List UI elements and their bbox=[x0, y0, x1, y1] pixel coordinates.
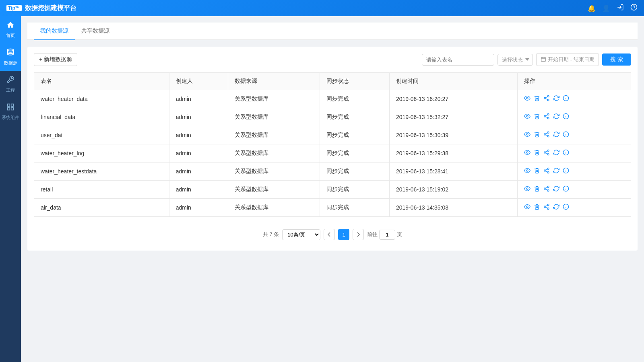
svg-point-48 bbox=[544, 170, 546, 171]
view-icon-2[interactable] bbox=[524, 131, 530, 139]
table-row: water_heater_testdata admin 关系型数据库 同步完成 … bbox=[34, 162, 631, 181]
goto-suffix: 页 bbox=[397, 231, 402, 238]
cell-sync-status-3: 同步完成 bbox=[320, 144, 389, 162]
top-header: Tip™ 数据挖掘建模平台 🔔 👤 bbox=[0, 0, 644, 16]
cell-datasource-0: 关系型数据库 bbox=[228, 90, 320, 108]
info-icon-3[interactable] bbox=[563, 149, 569, 157]
svg-line-32 bbox=[545, 135, 547, 136]
engineering-icon bbox=[6, 76, 14, 86]
add-datasource-button[interactable]: + 新增数据源 bbox=[34, 53, 77, 66]
info-icon-1[interactable] bbox=[563, 113, 569, 121]
sidebar-item-datasource[interactable]: 数据源 bbox=[0, 43, 21, 71]
share-icon-2[interactable] bbox=[543, 131, 550, 139]
tab-shared-datasource[interactable]: 共享数据源 bbox=[75, 23, 116, 40]
view-icon-5[interactable] bbox=[524, 185, 530, 193]
cell-creator-2: admin bbox=[169, 126, 228, 144]
svg-point-67 bbox=[547, 208, 549, 210]
help-icon[interactable] bbox=[630, 4, 638, 12]
svg-point-28 bbox=[526, 134, 528, 135]
info-icon-2[interactable] bbox=[563, 131, 569, 139]
svg-line-23 bbox=[545, 117, 547, 118]
info-icon-6[interactable] bbox=[563, 204, 569, 212]
delete-icon-2[interactable] bbox=[534, 131, 540, 139]
page-size-select[interactable]: 10条/页 20条/页 50条/页 bbox=[282, 229, 320, 240]
cell-actions-6 bbox=[517, 199, 631, 217]
delete-icon-5[interactable] bbox=[534, 185, 540, 193]
sidebar-item-engineering[interactable]: 工程 bbox=[0, 71, 21, 98]
share-icon-6[interactable] bbox=[543, 204, 550, 212]
cell-sync-status-6: 同步完成 bbox=[320, 199, 389, 217]
share-icon-3[interactable] bbox=[543, 149, 550, 157]
cell-name-6: air_data bbox=[34, 199, 169, 217]
svg-line-15 bbox=[545, 97, 547, 98]
view-icon-3[interactable] bbox=[524, 149, 530, 157]
svg-point-40 bbox=[547, 154, 549, 155]
toolbar: + 新增数据源 选择状态 同步完成 同步失败 bbox=[34, 53, 631, 66]
svg-point-37 bbox=[526, 152, 528, 153]
sidebar-item-components[interactable]: 系统组件 bbox=[0, 98, 21, 125]
goto-input[interactable] bbox=[379, 230, 395, 240]
svg-point-20 bbox=[547, 113, 549, 115]
content-area: 我的数据源 共享数据源 + 新增数据源 选择状态 同步完成 同步失败 bbox=[21, 16, 644, 362]
svg-line-69 bbox=[545, 205, 547, 206]
prev-page-button[interactable] bbox=[324, 229, 335, 240]
view-icon-0[interactable] bbox=[524, 95, 530, 103]
view-icon-6[interactable] bbox=[524, 204, 530, 212]
sync-icon-1[interactable] bbox=[553, 113, 559, 121]
sync-icon-2[interactable] bbox=[553, 131, 559, 139]
share-icon-4[interactable] bbox=[543, 167, 550, 175]
sidebar-item-home[interactable]: 首页 bbox=[0, 16, 21, 43]
cell-datasource-4: 关系型数据库 bbox=[228, 162, 320, 181]
sync-icon-3[interactable] bbox=[553, 149, 559, 157]
info-icon-4[interactable] bbox=[563, 167, 569, 175]
view-icon-1[interactable] bbox=[524, 113, 530, 121]
cell-created-time-5: 2019-06-13 15:19:02 bbox=[390, 181, 518, 199]
status-select[interactable]: 选择状态 同步完成 同步失败 bbox=[497, 54, 533, 66]
sync-icon-4[interactable] bbox=[553, 167, 559, 175]
app-logo-area: Tip™ 数据挖掘建模平台 bbox=[6, 4, 76, 12]
cell-creator-1: admin bbox=[169, 108, 228, 126]
export-icon[interactable] bbox=[617, 4, 624, 12]
delete-icon-1[interactable] bbox=[534, 113, 540, 121]
current-page-number[interactable]: 1 bbox=[338, 229, 349, 240]
sidebar-datasource-label: 数据源 bbox=[4, 60, 17, 66]
cell-actions-0 bbox=[517, 90, 631, 108]
pagination: 共 7 条 10条/页 20条/页 50条/页 1 bbox=[34, 225, 631, 244]
cell-sync-status-1: 同步完成 bbox=[320, 108, 389, 126]
delete-icon-6[interactable] bbox=[534, 204, 540, 212]
svg-point-1 bbox=[8, 49, 14, 51]
cell-datasource-3: 关系型数据库 bbox=[228, 144, 320, 162]
cell-actions-4 bbox=[517, 162, 631, 181]
svg-line-42 bbox=[545, 151, 547, 152]
sync-icon-0[interactable] bbox=[553, 95, 559, 103]
search-button[interactable]: 搜 索 bbox=[602, 53, 631, 66]
tab-my-datasource[interactable]: 我的数据源 bbox=[34, 23, 75, 40]
next-page-button[interactable] bbox=[353, 229, 364, 240]
svg-point-22 bbox=[547, 117, 549, 119]
search-input[interactable] bbox=[422, 54, 494, 66]
bell-icon[interactable]: 🔔 bbox=[588, 4, 596, 12]
goto-page: 前往 页 bbox=[367, 230, 402, 240]
user-icon[interactable]: 👤 bbox=[602, 4, 610, 12]
info-icon-0[interactable] bbox=[563, 95, 569, 103]
cell-created-time-3: 2019-06-13 15:29:38 bbox=[390, 144, 518, 162]
tab-bar: 我的数据源 共享数据源 bbox=[27, 23, 638, 40]
cell-name-2: user_dat bbox=[34, 126, 169, 144]
cell-actions-1 bbox=[517, 108, 631, 126]
share-icon-1[interactable] bbox=[543, 113, 550, 121]
sync-icon-6[interactable] bbox=[553, 204, 559, 212]
delete-icon-4[interactable] bbox=[534, 167, 540, 175]
svg-point-21 bbox=[544, 115, 546, 117]
svg-line-41 bbox=[545, 153, 547, 154]
svg-rect-4 bbox=[11, 108, 14, 110]
cell-name-1: financial_data bbox=[34, 108, 169, 126]
view-icon-4[interactable] bbox=[524, 167, 530, 175]
info-icon-5[interactable] bbox=[563, 185, 569, 193]
delete-icon-0[interactable] bbox=[534, 95, 540, 103]
share-icon-0[interactable] bbox=[543, 95, 550, 103]
share-icon-5[interactable] bbox=[543, 185, 550, 193]
date-range-picker[interactable]: 开始日期 - 结束日期 bbox=[536, 53, 599, 66]
delete-icon-3[interactable] bbox=[534, 149, 540, 157]
svg-line-14 bbox=[545, 99, 547, 100]
sync-icon-5[interactable] bbox=[553, 185, 559, 193]
